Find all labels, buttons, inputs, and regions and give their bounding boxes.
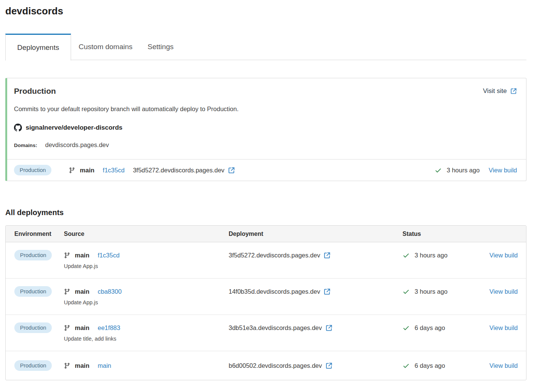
view-build-link[interactable]: View build [489,252,518,259]
repo-link[interactable]: signalnerve/developer-discords [26,124,122,132]
page: devdiscords Deployments Custom domains S… [0,0,534,380]
tab-custom-domains[interactable]: Custom domains [71,34,140,60]
branch-name: main [75,360,90,371]
branch-name: main [75,322,90,333]
table-row: Production main cba8300 Update App.js 14… [6,278,526,315]
environment-badge: Production [14,322,52,333]
github-icon [14,124,22,132]
deploy-time: 3 hours ago [447,165,480,175]
commit-link[interactable]: cba8300 [98,286,122,297]
page-title: devdiscords [5,5,526,17]
success-check-icon [402,252,410,259]
success-check-icon [435,167,442,174]
view-build-link[interactable]: View build [489,288,518,295]
domains-label: Domains: [14,143,37,148]
deployments-table: Environment Source Deployment Status Pro… [5,225,526,380]
column-header-deployment: Deployment [229,231,402,237]
table-row: Production main f1c35cd Update App.js 3f… [6,242,526,278]
commit-link[interactable]: main [98,360,111,371]
external-link-icon [510,88,517,95]
environment-badge: Production [14,250,52,260]
branch-name: main [75,250,90,260]
view-build-link[interactable]: View build [489,165,517,175]
deploy-time: 6 days ago [415,322,445,333]
success-check-icon [402,288,410,295]
production-description: Commits to your default repository branc… [14,105,517,113]
visit-site-label: Visit site [483,87,507,95]
git-branch-icon [64,363,70,369]
external-link-icon[interactable] [325,362,333,369]
table-row: Production main main b6d00502.devdiscord… [6,351,526,380]
view-build-link[interactable]: View build [489,362,518,369]
domains-value: devdiscords.pages.dev [45,141,109,149]
git-branch-icon [64,252,70,259]
branch-name: main [80,165,94,175]
deploy-time: 6 days ago [415,360,445,371]
view-build-link[interactable]: View build [489,324,518,331]
deploy-time: 3 hours ago [415,286,447,297]
production-card-title: Production [14,87,56,96]
commit-message: Update App.js [64,262,229,270]
commit-link[interactable]: f1c35cd [98,250,120,260]
commit-message: Update title, add links [64,335,229,343]
column-header-environment: Environment [14,231,64,237]
production-deployment-row: Production main f1c35cd 3f5d5272.devdisc… [7,159,526,181]
tab-bar: Deployments Custom domains Settings [5,34,526,60]
all-deployments-title: All deployments [5,208,526,217]
external-link-icon[interactable] [323,252,331,259]
git-branch-icon [64,325,70,331]
environment-badge: Production [14,165,51,175]
external-link-icon[interactable] [323,288,331,295]
deployment-url: 14f0b35d.devdiscords.pages.dev [229,286,320,297]
deployment-url: 3db51e3a.devdiscords.pages.dev [229,322,322,333]
git-branch-icon [64,288,70,295]
commit-link[interactable]: f1c35cd [103,165,125,175]
deployment-url: 3f5d5272.devdiscords.pages.dev [229,250,320,260]
column-header-status: Status [402,231,485,237]
success-check-icon [402,324,410,332]
commit-link[interactable]: ee1f883 [98,322,121,333]
deployment-url: b6d00502.devdiscords.pages.dev [229,360,322,371]
environment-badge: Production [14,286,52,297]
git-branch-icon [69,167,75,174]
production-card: Production Visit site Commits to your de… [5,78,526,181]
table-header-row: Environment Source Deployment Status [6,226,526,242]
deploy-time: 3 hours ago [415,250,447,260]
commit-message: Update App.js [64,298,229,307]
tab-settings[interactable]: Settings [140,34,181,60]
column-header-source: Source [64,231,229,237]
external-link-icon[interactable] [325,324,333,332]
tab-deployments[interactable]: Deployments [5,34,71,60]
branch-name: main [75,286,90,297]
deployment-url: 3f5d5272.devdiscords.pages.dev [133,165,224,175]
external-link-icon[interactable] [228,167,235,174]
visit-site-link[interactable]: Visit site [483,87,517,95]
environment-badge: Production [14,360,52,371]
table-row: Production main ee1f883 Update title, ad… [6,315,526,351]
success-check-icon [402,362,410,369]
